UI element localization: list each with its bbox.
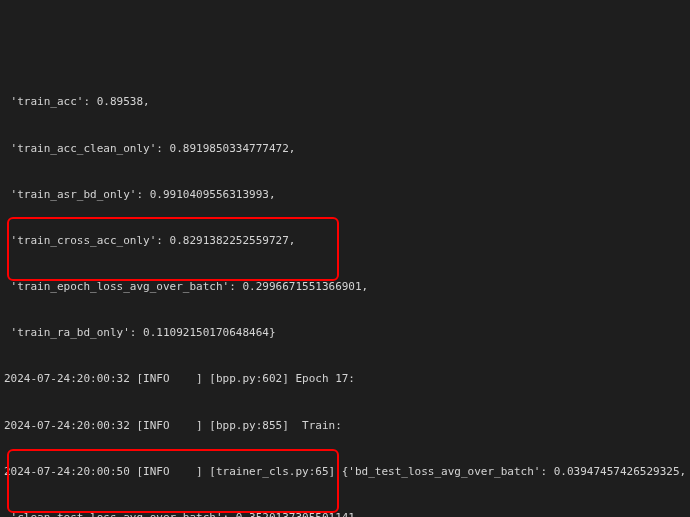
terminal-output: 'train_acc': 0.89538, 'train_acc_clean_o… — [4, 64, 686, 517]
log-line: 'train_acc_clean_only': 0.89198503347774… — [4, 141, 686, 156]
log-line: 'train_cross_acc_only': 0.82913822525597… — [4, 233, 686, 248]
log-line: 2024-07-24:20:00:32 [INFO ] [bpp.py:855]… — [4, 418, 686, 433]
log-line: 'train_ra_bd_only': 0.11092150170648464} — [4, 325, 686, 340]
highlight-annotation-2 — [7, 449, 339, 513]
log-line: 'clean_test_loss_avg_over_batch': 0.3520… — [4, 510, 686, 517]
log-line: 'train_epoch_loss_avg_over_batch': 0.299… — [4, 279, 686, 294]
log-line: 2024-07-24:20:00:32 [INFO ] [bpp.py:602]… — [4, 371, 686, 386]
log-line: 2024-07-24:20:00:50 [INFO ] [trainer_cls… — [4, 464, 686, 479]
log-line: 'train_acc': 0.89538, — [4, 94, 686, 109]
highlight-annotation-1 — [7, 217, 339, 281]
log-line: 'train_asr_bd_only': 0.9910409556313993, — [4, 187, 686, 202]
